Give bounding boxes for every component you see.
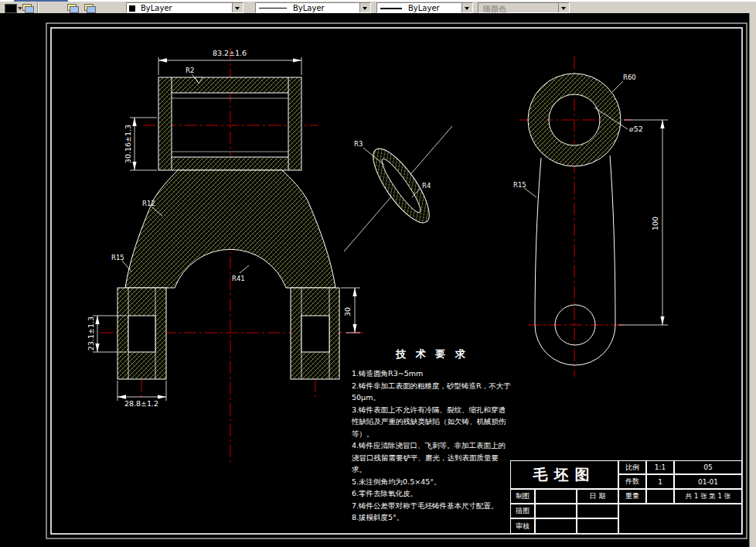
titleblock-cell <box>535 489 577 504</box>
lineweight-dropdown[interactable]: ByLayer <box>376 2 473 13</box>
title-block: 毛坯图 比例 1:1 05 件数 1 01-01 制图 日 期 重量 共 1 张… <box>510 460 742 534</box>
date-label: 日 期 <box>577 489 618 504</box>
dim-side-bore-dia: ⌀52 <box>629 125 643 133</box>
layers-icon[interactable] <box>22 3 34 12</box>
technical-requirements: 技 术 要 求 1.铸造圆角R3~5mm 2.铸件非加工表面的粗糙度，砂型铸造R… <box>352 347 513 524</box>
radius-label: R4 <box>422 182 431 190</box>
color-swatch-button[interactable] <box>5 4 17 13</box>
radius-label: R12 <box>142 200 155 207</box>
dropdown-arrow-icon[interactable] <box>232 3 243 12</box>
radius-label: R15 <box>513 181 526 189</box>
tech-req-item: 2.铸件非加工表面的粗糙度，砂型铸造R，不大于50μm。 <box>352 380 513 404</box>
right-boss-bore <box>301 316 329 352</box>
checked-label: 审核 <box>510 518 535 534</box>
cad-window: ByLayer ByLayer ByLayer 随颜色 <box>0 0 756 547</box>
titleblock-cell <box>577 518 618 534</box>
layer-properties-icon[interactable] <box>66 3 79 12</box>
plotstyle-dropdown[interactable]: 随颜色 <box>478 2 570 13</box>
titleblock-cell <box>618 504 742 534</box>
tech-req-item: 6.零件去除氧化皮。 <box>352 487 513 500</box>
front-view <box>117 77 452 379</box>
tech-req-item: 1.铸造圆角R3~5mm <box>352 368 513 380</box>
dropdown-arrow-icon[interactable] <box>558 3 569 12</box>
radius-label: R2 <box>186 67 194 74</box>
doc-no-top: 05 <box>674 460 742 474</box>
dropdown-arrow-icon[interactable] <box>461 3 472 12</box>
drawn-label: 制图 <box>510 489 535 504</box>
dim-left-height: 30.16±1.3 <box>124 125 132 163</box>
lineweight-label: ByLayer <box>408 4 440 12</box>
left-boss-bore <box>128 316 155 352</box>
titleblock-cell <box>577 504 618 518</box>
titleblock-cell <box>535 504 577 518</box>
lever-body-outline <box>535 156 615 365</box>
tech-req-item: 4.铸件应清除浇冒口、飞刺等。非加工表面上的浇冒口残留需要铲平、磨光，达到表面质… <box>352 439 513 476</box>
layer-states-icon[interactable] <box>83 3 96 12</box>
scale-label: 比例 <box>618 460 646 474</box>
tech-req-item: 3.铸件表面上不允许有冷隔、裂纹、缩孔和穿透性缺陷及严重的残缺类缺陷（如欠铸、机… <box>352 404 513 440</box>
fork-body-section <box>125 170 335 288</box>
radius-label: R60 <box>623 74 636 81</box>
drawing-area[interactable]: 83.2±1.6 30.16±1.3 23.1±1.3 28.8±1.2 30 … <box>0 13 750 547</box>
titleblock-cell <box>646 489 674 504</box>
linetype-label: ByLayer <box>293 4 325 12</box>
traced-label: 描图 <box>510 504 535 518</box>
qty-value: 1 <box>646 474 674 489</box>
weight-label: 重量 <box>618 489 646 504</box>
radius-label: R15 <box>111 254 124 262</box>
dim-bore-height: 23.1±1.3 <box>87 316 95 350</box>
layer-color-swatch-icon <box>129 5 135 12</box>
dim-top-width: 83.2±1.6 <box>213 49 247 57</box>
radius-label: R41 <box>232 275 245 282</box>
titleblock-cell <box>535 518 577 534</box>
radius-label: R3 <box>354 140 363 148</box>
linetype-dropdown[interactable]: ByLayer <box>255 2 371 13</box>
toolbar-separator <box>37 2 39 13</box>
tech-req-item: 5.未注倒角均为0.5×45°。 <box>352 476 513 488</box>
lineweight-sample-icon <box>380 8 402 9</box>
linetype-sample-icon <box>259 8 287 9</box>
dim-side-height: 100 <box>651 217 659 231</box>
sheet-count: 共 1 张 第 1 张 <box>674 489 742 504</box>
qty-label: 件数 <box>618 474 646 489</box>
tech-req-item: 7.铸件公差带对称于毛坯铸件基本尺寸配置。 <box>352 500 513 512</box>
layer-control-dropdown[interactable]: ByLayer <box>126 2 243 13</box>
tech-req-title: 技 术 要 求 <box>352 347 513 361</box>
layer-control-label: ByLayer <box>141 4 172 12</box>
scale-value: 1:1 <box>646 460 674 474</box>
dim-right-offset: 30 <box>343 307 352 316</box>
vertical-scrollbar[interactable] <box>749 13 756 547</box>
doc-no-bottom: 01-01 <box>674 474 742 489</box>
drawing-title: 毛坯图 <box>510 460 618 489</box>
dropdown-arrow-icon[interactable] <box>359 3 370 12</box>
dim-boss-width: 28.8±1.2 <box>124 399 158 408</box>
tech-req-item: 8.拔模斜度5°。 <box>352 511 513 524</box>
